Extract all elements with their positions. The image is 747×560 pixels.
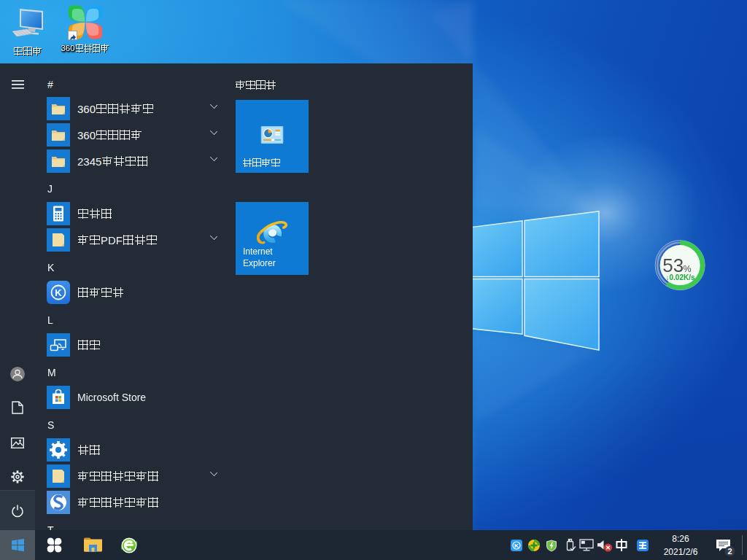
svg-text:%: % <box>684 264 692 274</box>
svg-text:↓0.02K/s: ↓0.02K/s <box>665 273 694 281</box>
svg-text:K: K <box>55 287 62 298</box>
svg-text:2: 2 <box>727 547 732 556</box>
svg-text:K: K <box>514 542 519 549</box>
